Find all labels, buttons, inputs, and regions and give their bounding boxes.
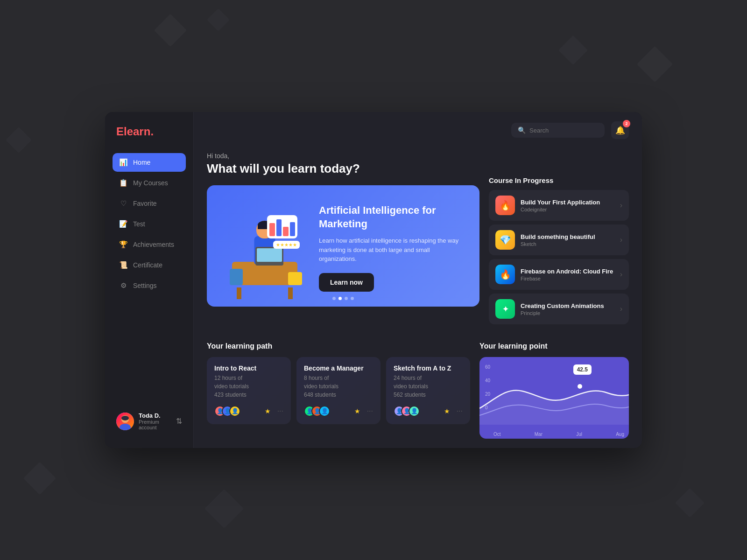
mini-avatar-2c: 👤 (319, 406, 330, 417)
path-card-hours2-1: video tutorials (214, 383, 283, 390)
dot-1[interactable] (332, 297, 336, 300)
course-card-2[interactable]: 💎 Build something beautiful Sketch › (489, 224, 629, 255)
path-card-2[interactable]: Become a Manager 8 hours of video tutori… (296, 357, 381, 424)
sidebar-item-home-label: Home (133, 159, 150, 166)
course-info-2: Build something beautiful Sketch (521, 233, 614, 247)
dot-4[interactable] (351, 297, 354, 300)
path-card-avatars-2: 👤 👤 👤 ★ ··· (304, 406, 373, 417)
laptop-screen (257, 248, 282, 262)
hero-dots (332, 297, 354, 300)
chart-area (479, 390, 629, 425)
more-options-2[interactable]: ··· (367, 407, 373, 415)
sidebar-item-certificate[interactable]: 📜 Certificate (113, 256, 186, 274)
sidebar-item-settings[interactable]: ⚙ Settings (113, 276, 186, 295)
sidebar-item-certificate-label: Certificate (133, 261, 162, 269)
user-role: Premium account (139, 419, 171, 430)
logo-text: Elearn (116, 125, 150, 138)
hero-illustration: ★★★★★ (218, 201, 311, 294)
course-card-3[interactable]: 🔥 Firebase on Android: Cloud Fire Fireba… (489, 259, 629, 290)
path-card-avatars-3: 👤 👤 👤 ★ ··· (394, 406, 463, 417)
x-label-oct: Oct (493, 432, 501, 437)
course-arrow-4: › (620, 305, 622, 313)
sidebar-item-home[interactable]: 📊 Home (113, 153, 186, 172)
x-label-mar: Mar (535, 432, 543, 437)
content-wrapper: 🔍 🔔 2 Hi toda, What will you learn today… (194, 112, 642, 448)
hero-card: ★★★★★ Artificial Intelligence for Market… (207, 185, 479, 307)
star-icon-1: ★ (265, 407, 271, 415)
course-card-1[interactable]: 🔥 Build Your First Application Codeignit… (489, 190, 629, 221)
sidebar-item-favorite-label: Favorite (133, 200, 157, 207)
svg-rect-2 (121, 416, 129, 420)
course-info-1: Build Your First Application Codeigniter (521, 199, 614, 212)
course-sub-1: Codeigniter (521, 207, 614, 212)
course-arrow-1: › (620, 201, 622, 210)
x-label-aug: Aug (616, 432, 624, 437)
course-sub-4: Principle (521, 310, 614, 316)
path-card-title-1: Intro to React (214, 364, 283, 372)
path-card-title-2: Become a Manager (304, 364, 373, 372)
user-profile[interactable]: Toda D. Premium account ⇅ (113, 407, 186, 435)
notification-badge: 2 (623, 120, 630, 127)
course-name-2: Build something beautiful (521, 233, 614, 240)
settings-icon: ⚙ (119, 281, 127, 290)
user-info: Toda D. Premium account (139, 412, 171, 430)
avatar-image (116, 413, 134, 430)
chart-container: 60 40 20 0 42.5 (479, 357, 629, 439)
bottom-section: Your learning path Intro to React 12 hou… (194, 337, 642, 448)
dot-3[interactable] (345, 297, 348, 300)
course-card-4[interactable]: ✦ Creating Custom Animations Principle › (489, 294, 629, 324)
search-input[interactable] (529, 127, 598, 134)
sidebar-item-test-label: Test (133, 220, 145, 228)
more-options-1[interactable]: ··· (277, 407, 283, 415)
sidebar-item-test[interactable]: 📝 Test (113, 215, 186, 233)
path-card-3[interactable]: Sketch from A to Z 24 hours of video tut… (386, 357, 470, 424)
course-info-3: Firebase on Android: Cloud Fire Firebase (521, 268, 614, 281)
learn-now-button[interactable]: Learn now (319, 273, 374, 292)
mini-avatar-3c: 👤 (409, 406, 420, 417)
logo: Elearn. (113, 125, 186, 138)
course-name-1: Build Your First Application (521, 199, 614, 206)
course-arrow-3: › (620, 270, 622, 279)
box-item (288, 272, 302, 285)
sidebar-item-my-courses[interactable]: 📋 My Courses (113, 174, 186, 192)
chart-highlight-dot (578, 384, 582, 389)
path-card-1[interactable]: Intro to React 12 hours of video tutoria… (207, 357, 291, 424)
path-card-hours-1: 12 hours of (214, 375, 283, 381)
hero-title: Artificial Intelligence for Marketing (319, 204, 468, 231)
home-icon: 📊 (119, 158, 127, 167)
course-icon-2: 💎 (495, 230, 515, 250)
course-info-4: Creating Custom Animations Principle (521, 302, 614, 316)
certificate-icon: 📜 (119, 261, 127, 269)
chart-bar-3 (283, 227, 289, 236)
star-icon-2: ★ (354, 407, 360, 415)
sidebar-nav: 📊 Home 📋 My Courses ♡ Favorite 📝 Test 🏆 … (113, 153, 186, 297)
course-arrow-2: › (620, 236, 622, 244)
avatar (116, 413, 134, 430)
course-icon-1: 🔥 (495, 196, 515, 215)
desk-leg-left (237, 287, 241, 299)
test-icon: 📝 (119, 220, 127, 228)
path-card-students-3: 562 students (394, 392, 463, 398)
more-options-3[interactable]: ··· (457, 407, 463, 415)
dot-2[interactable] (338, 297, 342, 300)
star-icon-3: ★ (444, 407, 450, 415)
mini-avatars-1: 👤 👤 👤 (214, 406, 237, 417)
greeting-small: Hi toda, (207, 152, 479, 160)
user-name: Toda D. (139, 412, 171, 419)
notification-button[interactable]: 🔔 2 (611, 121, 629, 139)
mini-avatars-3: 👤 👤 👤 (394, 406, 416, 417)
top-section: Hi toda, What will you learn today? (194, 139, 642, 337)
path-card-hours2-3: video tutorials (394, 383, 463, 390)
courses-icon: 📋 (119, 179, 127, 187)
sidebar-item-my-courses-label: My Courses (133, 179, 168, 187)
desk-leg-right (288, 287, 293, 299)
path-card-avatars-1: 👤 👤 👤 ★ ··· (214, 406, 283, 417)
learning-point-section: Your learning point 60 40 20 0 42.5 (479, 342, 629, 439)
course-name-4: Creating Custom Animations (521, 302, 614, 309)
sidebar-item-achievements[interactable]: 🏆 Achievements (113, 235, 186, 254)
path-cards: Intro to React 12 hours of video tutoria… (207, 357, 470, 424)
sidebar-item-favorite[interactable]: ♡ Favorite (113, 194, 186, 213)
chart-bar-1 (269, 223, 275, 236)
x-label-jul: Jul (576, 432, 582, 437)
user-menu-toggle[interactable]: ⇅ (176, 417, 182, 426)
